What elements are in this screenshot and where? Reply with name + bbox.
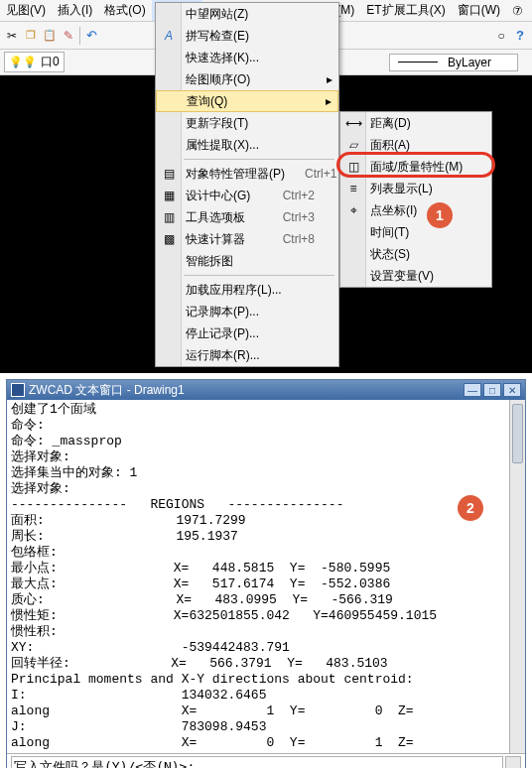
text-window-title: ZWCAD 文本窗口 - Drawing1 [29,382,185,399]
submenu-list[interactable]: ≡列表显示(L) [340,178,491,199]
chevron-right-icon: ▸ [327,72,332,86]
maximize-button[interactable]: □ [483,383,501,397]
text-output[interactable]: 创建了1个面域 命令: 命令: _massprop 选择对象: 选择集当中的对象… [7,400,509,753]
step-badge-2: 2 [458,495,483,521]
scrollbar[interactable] [509,400,525,753]
undo-icon[interactable] [83,28,99,44]
menu-item-recordscript[interactable]: 记录脚本(P)... [156,301,338,322]
app-icon [11,383,25,397]
text-window: ZWCAD 文本窗口 - Drawing1 — □ ✕ 创建了1个面域 命令: … [6,379,526,768]
menu-item-inquiry[interactable]: 查询(Q)▸ [156,90,338,112]
linetype-dropdown[interactable]: ByLayer [389,54,518,71]
menu-item-smartsplit[interactable]: 智能拆图 [156,250,338,272]
massprop-icon: ◫ [345,159,361,175]
close-button[interactable]: ✕ [503,383,521,397]
zoom-icon[interactable] [493,28,509,44]
menu-item-zwsite[interactable]: 中望网站(Z) [156,3,338,25]
menu-item-draworder[interactable]: 绘图顺序(O)▸ [156,68,338,90]
scrollbar-thumb[interactable] [512,404,523,463]
drawing-canvas[interactable]: 中望网站(Z) A拼写检查(E) 快速选择(K)... 绘图顺序(O)▸ 查询(… [0,75,532,373]
submenu-status[interactable]: 状态(S) [340,243,491,265]
cmd-side-button[interactable] [505,756,521,768]
distance-icon: ⟷ [345,115,361,131]
chevron-right-icon: ▸ [326,94,332,108]
area-icon: ▱ [345,137,361,153]
submenu-massprop[interactable]: ◫面域/质量特性(M) [340,156,491,178]
designcenter-icon: ▦ [161,188,177,203]
layer-name: 口0 [41,54,60,70]
text-window-titlebar[interactable]: ZWCAD 文本窗口 - Drawing1 — □ ✕ [7,380,525,400]
separator [184,275,334,276]
command-prompt[interactable]: 写入文件吗？是(Y)/<否(N)>: [11,756,503,768]
menu-item-attextract[interactable]: 属性提取(X)... [156,134,338,156]
step-badge-1: 1 [427,202,453,228]
menu-item-updatefield[interactable]: 更新字段(T) [156,112,338,134]
menu-item-spellcheck[interactable]: A拼写检查(E) [156,25,338,47]
menu-item-designcenter[interactable]: ▦设计中心(G)Ctrl+2 [156,185,338,206]
submenu-idpoint[interactable]: ⌖点坐标(I) [340,199,491,221]
submenu-time[interactable]: 时间(T) [340,221,491,243]
menu-item-loadapp[interactable]: 加载应用程序(L)... [156,279,338,301]
submenu-distance[interactable]: ⟷距离(D) [340,112,491,134]
menu-item-quickselect[interactable]: 快速选择(K)... [156,47,338,68]
cut-icon[interactable] [4,28,20,44]
submenu-setvar[interactable]: 设置变量(V) [340,265,491,287]
paste-icon[interactable] [42,28,58,44]
separator [184,159,334,160]
toolpalette-icon: ▥ [161,209,177,225]
list-icon: ≡ [345,181,361,196]
menu-format[interactable]: 格式(O) [98,0,151,21]
menu-view[interactable]: 见图(V) [0,0,52,21]
command-line: 写入文件吗？是(Y)/<否(N)>: [7,753,525,768]
inquiry-submenu: ⟷距离(D) ▱面积(A) ◫面域/质量特性(M) ≡列表显示(L) ⌖点坐标(… [339,111,492,288]
matchprop-icon[interactable] [61,28,76,44]
menu-insert[interactable]: 插入(I) [52,0,98,21]
lightbulb-icon: 💡 [9,56,37,68]
menu-item-toolpalette[interactable]: ▥工具选项板Ctrl+3 [156,206,338,228]
bylayer-label: ByLayer [448,56,491,69]
menu-help[interactable]: ⑦ [506,2,529,20]
properties-icon: ▤ [161,166,177,182]
spellcheck-icon: A [161,28,177,44]
tools-dropdown: 中望网站(Z) A拼写检查(E) 快速选择(K)... 绘图顺序(O)▸ 查询(… [155,2,339,367]
calculator-icon: ▩ [161,231,177,247]
menu-et-ext[interactable]: ET扩展工具(X) [360,0,451,21]
submenu-area[interactable]: ▱面积(A) [340,134,491,156]
help-icon[interactable] [512,28,528,44]
copy-icon[interactable] [23,28,39,44]
layer-dropdown[interactable]: 💡 口0 [4,52,65,72]
menu-window[interactable]: 窗口(W) [452,0,506,21]
menu-item-properties[interactable]: ▤对象特性管理器(P)Ctrl+1 [156,163,338,185]
minimize-button[interactable]: — [464,383,481,397]
idpoint-icon: ⌖ [345,202,361,218]
menu-item-quickcalc[interactable]: ▩快速计算器Ctrl+8 [156,228,338,250]
menu-item-stoprecord[interactable]: 停止记录(P)... [156,322,338,344]
menu-item-runscript[interactable]: 运行脚本(R)... [156,344,338,366]
